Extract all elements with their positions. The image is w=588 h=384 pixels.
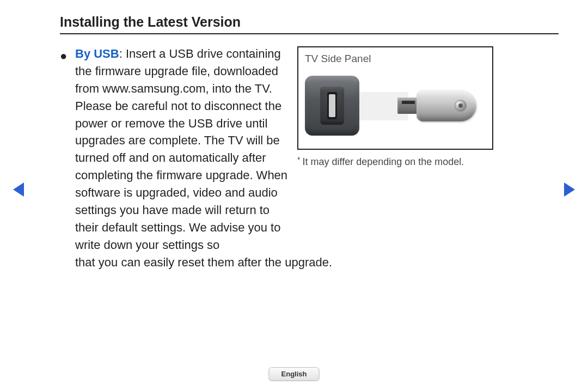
next-page-arrow-icon[interactable] [564, 182, 575, 197]
side-column: TV Side Panel *It may differ depending o [297, 45, 559, 168]
prev-page-arrow-icon[interactable] [13, 182, 24, 197]
page-title: Installing the Latest Version [60, 14, 559, 34]
bullet-item: ● By USB: Insert a USB drive containing … [60, 45, 289, 254]
usb-plug-icon [397, 97, 419, 114]
footnote: *It may differ depending on the model. [297, 156, 559, 168]
footnote-star-icon: * [297, 155, 300, 164]
text-column: ● By USB: Insert a USB drive containing … [60, 45, 289, 254]
bullet-body: : Insert a USB drive containing the firm… [75, 47, 287, 252]
language-button[interactable]: English [269, 367, 320, 381]
bullet-icon: ● [60, 50, 67, 62]
panel-label: TV Side Panel [305, 53, 486, 65]
bullet-term: By USB [75, 47, 119, 60]
tv-usb-port-icon [305, 76, 359, 136]
usb-illustration [305, 70, 479, 141]
content-row: ● By USB: Insert a USB drive containing … [60, 45, 559, 254]
bullet-last-line: that you can easily reset them after the… [60, 254, 559, 271]
footnote-text: It may differ depending on the model. [302, 156, 464, 167]
usb-drive-icon [416, 90, 476, 121]
tv-side-panel-box: TV Side Panel [297, 46, 493, 150]
